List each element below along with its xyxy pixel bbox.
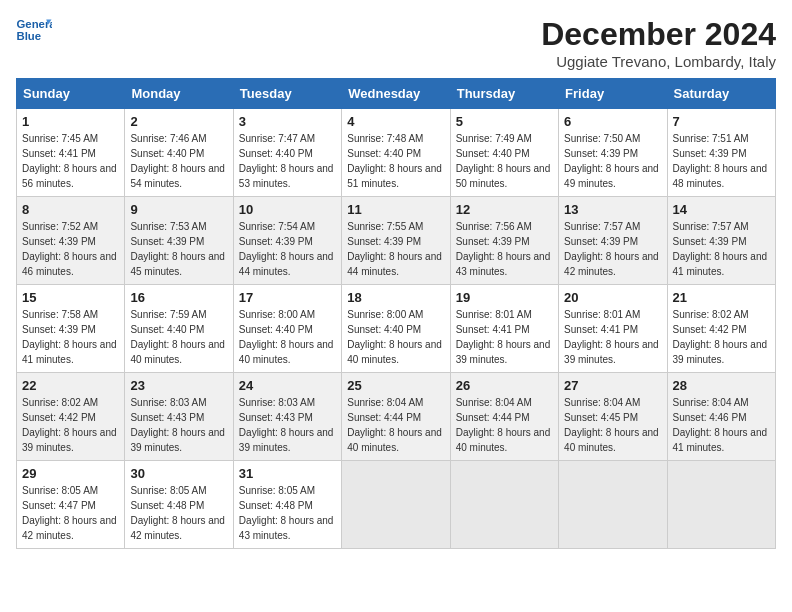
calendar-cell: 6Sunrise: 7:50 AMSunset: 4:39 PMDaylight…: [559, 109, 667, 197]
day-number: 26: [456, 378, 553, 393]
day-info: Sunrise: 8:04 AMSunset: 4:46 PMDaylight:…: [673, 395, 770, 455]
day-info: Sunrise: 7:49 AMSunset: 4:40 PMDaylight:…: [456, 131, 553, 191]
day-info: Sunrise: 7:45 AMSunset: 4:41 PMDaylight:…: [22, 131, 119, 191]
day-number: 1: [22, 114, 119, 129]
calendar-cell: 25Sunrise: 8:04 AMSunset: 4:44 PMDayligh…: [342, 373, 450, 461]
day-info: Sunrise: 8:05 AMSunset: 4:47 PMDaylight:…: [22, 483, 119, 543]
day-info: Sunrise: 8:04 AMSunset: 4:44 PMDaylight:…: [347, 395, 444, 455]
weekday-header: Thursday: [450, 79, 558, 109]
day-info: Sunrise: 7:57 AMSunset: 4:39 PMDaylight:…: [564, 219, 661, 279]
day-number: 14: [673, 202, 770, 217]
day-number: 15: [22, 290, 119, 305]
calendar-cell: 9Sunrise: 7:53 AMSunset: 4:39 PMDaylight…: [125, 197, 233, 285]
day-info: Sunrise: 8:02 AMSunset: 4:42 PMDaylight:…: [22, 395, 119, 455]
calendar-cell: 13Sunrise: 7:57 AMSunset: 4:39 PMDayligh…: [559, 197, 667, 285]
calendar-cell: 28Sunrise: 8:04 AMSunset: 4:46 PMDayligh…: [667, 373, 775, 461]
calendar-week-row: 8Sunrise: 7:52 AMSunset: 4:39 PMDaylight…: [17, 197, 776, 285]
weekday-header: Sunday: [17, 79, 125, 109]
calendar-cell: 27Sunrise: 8:04 AMSunset: 4:45 PMDayligh…: [559, 373, 667, 461]
day-info: Sunrise: 7:48 AMSunset: 4:40 PMDaylight:…: [347, 131, 444, 191]
calendar-cell: 18Sunrise: 8:00 AMSunset: 4:40 PMDayligh…: [342, 285, 450, 373]
calendar-week-row: 29Sunrise: 8:05 AMSunset: 4:47 PMDayligh…: [17, 461, 776, 549]
location-title: Uggiate Trevano, Lombardy, Italy: [541, 53, 776, 70]
day-number: 30: [130, 466, 227, 481]
day-info: Sunrise: 8:04 AMSunset: 4:45 PMDaylight:…: [564, 395, 661, 455]
calendar-cell: 31Sunrise: 8:05 AMSunset: 4:48 PMDayligh…: [233, 461, 341, 549]
day-number: 28: [673, 378, 770, 393]
day-info: Sunrise: 8:03 AMSunset: 4:43 PMDaylight:…: [239, 395, 336, 455]
day-info: Sunrise: 8:01 AMSunset: 4:41 PMDaylight:…: [564, 307, 661, 367]
month-title: December 2024: [541, 16, 776, 53]
day-info: Sunrise: 7:56 AMSunset: 4:39 PMDaylight:…: [456, 219, 553, 279]
weekday-header: Tuesday: [233, 79, 341, 109]
weekday-header: Saturday: [667, 79, 775, 109]
calendar-cell: 8Sunrise: 7:52 AMSunset: 4:39 PMDaylight…: [17, 197, 125, 285]
day-number: 12: [456, 202, 553, 217]
day-number: 17: [239, 290, 336, 305]
calendar-cell: 15Sunrise: 7:58 AMSunset: 4:39 PMDayligh…: [17, 285, 125, 373]
calendar-cell: [559, 461, 667, 549]
calendar-week-row: 22Sunrise: 8:02 AMSunset: 4:42 PMDayligh…: [17, 373, 776, 461]
day-info: Sunrise: 7:57 AMSunset: 4:39 PMDaylight:…: [673, 219, 770, 279]
day-number: 24: [239, 378, 336, 393]
calendar-cell: 3Sunrise: 7:47 AMSunset: 4:40 PMDaylight…: [233, 109, 341, 197]
calendar-cell: [450, 461, 558, 549]
weekday-header: Friday: [559, 79, 667, 109]
calendar-cell: 20Sunrise: 8:01 AMSunset: 4:41 PMDayligh…: [559, 285, 667, 373]
logo-icon: General Blue: [16, 16, 52, 44]
calendar-week-row: 1Sunrise: 7:45 AMSunset: 4:41 PMDaylight…: [17, 109, 776, 197]
title-block: December 2024 Uggiate Trevano, Lombardy,…: [541, 16, 776, 70]
day-info: Sunrise: 7:59 AMSunset: 4:40 PMDaylight:…: [130, 307, 227, 367]
page-header: General Blue December 2024 Uggiate Treva…: [16, 16, 776, 70]
calendar-cell: 14Sunrise: 7:57 AMSunset: 4:39 PMDayligh…: [667, 197, 775, 285]
calendar-cell: 4Sunrise: 7:48 AMSunset: 4:40 PMDaylight…: [342, 109, 450, 197]
day-number: 20: [564, 290, 661, 305]
day-info: Sunrise: 7:58 AMSunset: 4:39 PMDaylight:…: [22, 307, 119, 367]
day-number: 31: [239, 466, 336, 481]
calendar-cell: 30Sunrise: 8:05 AMSunset: 4:48 PMDayligh…: [125, 461, 233, 549]
day-info: Sunrise: 8:01 AMSunset: 4:41 PMDaylight:…: [456, 307, 553, 367]
day-info: Sunrise: 8:02 AMSunset: 4:42 PMDaylight:…: [673, 307, 770, 367]
weekday-header-row: SundayMondayTuesdayWednesdayThursdayFrid…: [17, 79, 776, 109]
weekday-header: Monday: [125, 79, 233, 109]
calendar-cell: 26Sunrise: 8:04 AMSunset: 4:44 PMDayligh…: [450, 373, 558, 461]
day-number: 16: [130, 290, 227, 305]
day-number: 23: [130, 378, 227, 393]
day-number: 6: [564, 114, 661, 129]
calendar-cell: 11Sunrise: 7:55 AMSunset: 4:39 PMDayligh…: [342, 197, 450, 285]
calendar-cell: [667, 461, 775, 549]
day-info: Sunrise: 8:03 AMSunset: 4:43 PMDaylight:…: [130, 395, 227, 455]
day-info: Sunrise: 8:04 AMSunset: 4:44 PMDaylight:…: [456, 395, 553, 455]
day-number: 27: [564, 378, 661, 393]
day-number: 4: [347, 114, 444, 129]
day-number: 7: [673, 114, 770, 129]
day-number: 5: [456, 114, 553, 129]
calendar-cell: 5Sunrise: 7:49 AMSunset: 4:40 PMDaylight…: [450, 109, 558, 197]
calendar-week-row: 15Sunrise: 7:58 AMSunset: 4:39 PMDayligh…: [17, 285, 776, 373]
day-number: 9: [130, 202, 227, 217]
day-info: Sunrise: 7:51 AMSunset: 4:39 PMDaylight:…: [673, 131, 770, 191]
calendar-cell: 17Sunrise: 8:00 AMSunset: 4:40 PMDayligh…: [233, 285, 341, 373]
day-number: 2: [130, 114, 227, 129]
calendar-cell: 16Sunrise: 7:59 AMSunset: 4:40 PMDayligh…: [125, 285, 233, 373]
day-number: 22: [22, 378, 119, 393]
day-number: 10: [239, 202, 336, 217]
calendar-cell: [342, 461, 450, 549]
day-number: 8: [22, 202, 119, 217]
day-info: Sunrise: 7:54 AMSunset: 4:39 PMDaylight:…: [239, 219, 336, 279]
calendar-cell: 23Sunrise: 8:03 AMSunset: 4:43 PMDayligh…: [125, 373, 233, 461]
day-number: 13: [564, 202, 661, 217]
calendar-cell: 1Sunrise: 7:45 AMSunset: 4:41 PMDaylight…: [17, 109, 125, 197]
day-info: Sunrise: 7:46 AMSunset: 4:40 PMDaylight:…: [130, 131, 227, 191]
calendar-cell: 19Sunrise: 8:01 AMSunset: 4:41 PMDayligh…: [450, 285, 558, 373]
calendar-cell: 7Sunrise: 7:51 AMSunset: 4:39 PMDaylight…: [667, 109, 775, 197]
calendar-cell: 22Sunrise: 8:02 AMSunset: 4:42 PMDayligh…: [17, 373, 125, 461]
day-info: Sunrise: 7:50 AMSunset: 4:39 PMDaylight:…: [564, 131, 661, 191]
day-info: Sunrise: 8:05 AMSunset: 4:48 PMDaylight:…: [239, 483, 336, 543]
day-number: 19: [456, 290, 553, 305]
day-number: 3: [239, 114, 336, 129]
day-number: 21: [673, 290, 770, 305]
day-info: Sunrise: 7:47 AMSunset: 4:40 PMDaylight:…: [239, 131, 336, 191]
calendar-cell: 24Sunrise: 8:03 AMSunset: 4:43 PMDayligh…: [233, 373, 341, 461]
calendar-cell: 21Sunrise: 8:02 AMSunset: 4:42 PMDayligh…: [667, 285, 775, 373]
